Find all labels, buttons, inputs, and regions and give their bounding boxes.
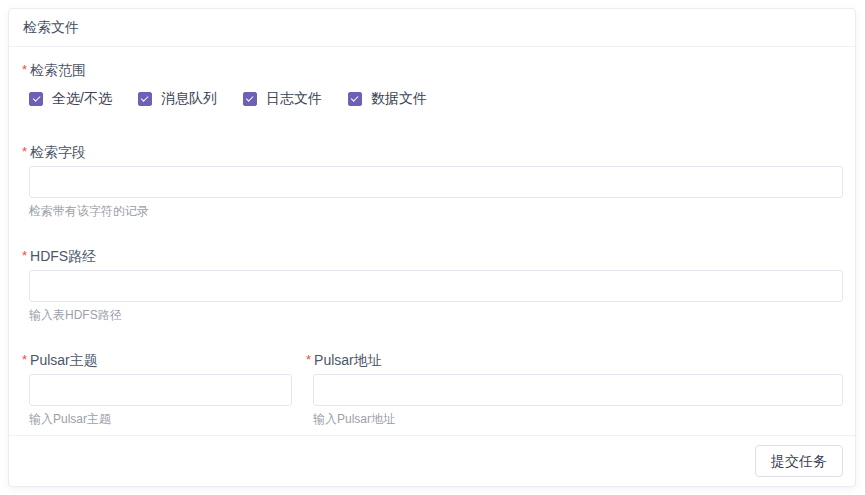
search-field-hint: 检索带有该字符的记录: [29, 204, 843, 218]
checkbox-label: 日志文件: [266, 90, 322, 108]
check-icon: [141, 94, 148, 101]
card-footer: 提交任务: [9, 435, 855, 486]
search-field-input[interactable]: [29, 166, 843, 198]
pulsar-row: * Pulsar主题 输入Pulsar主题 * Pulsar地址 输入Pulsa…: [22, 353, 843, 435]
search-file-card: 检索文件 * 检索范围 全选/不选 消息队列 日志文件: [8, 8, 856, 487]
pulsar-topic-hint: 输入Pulsar主题: [29, 412, 292, 426]
pulsar-address-label-row: * Pulsar地址: [306, 353, 843, 367]
checkbox-box: [29, 92, 43, 106]
check-icon: [32, 94, 39, 101]
checkbox-box: [243, 92, 257, 106]
checkbox-box: [348, 92, 362, 106]
required-asterisk: *: [22, 145, 27, 159]
hdfs-path-label: HDFS路经: [30, 249, 96, 263]
scope-checkbox-group: 全选/不选 消息队列 日志文件 数据文件: [29, 90, 843, 108]
checkbox-select-all[interactable]: 全选/不选: [29, 90, 112, 108]
checkbox-message-queue[interactable]: 消息队列: [138, 90, 217, 108]
pulsar-address-hint: 输入Pulsar地址: [313, 412, 843, 426]
pulsar-topic-control: [29, 374, 292, 406]
required-asterisk: *: [22, 63, 27, 77]
checkbox-label: 数据文件: [371, 90, 427, 108]
pulsar-address-input[interactable]: [313, 374, 843, 406]
hdfs-path-hint: 输入表HDFS路径: [29, 308, 843, 322]
pulsar-address-control: [313, 374, 843, 406]
search-field-label-row: * 检索字段: [22, 145, 843, 159]
checkbox-log-file[interactable]: 日志文件: [243, 90, 322, 108]
hdfs-path-label-row: * HDFS路经: [22, 249, 843, 263]
hdfs-path-control: [29, 270, 843, 302]
required-asterisk: *: [306, 353, 311, 367]
page-title: 检索文件: [23, 19, 79, 35]
form-item-pulsar-topic: * Pulsar主题 输入Pulsar主题: [22, 353, 292, 426]
form-item-search-field: * 检索字段 检索带有该字符的记录: [22, 145, 843, 218]
check-icon: [351, 94, 358, 101]
scope-label-row: * 检索范围: [22, 63, 843, 77]
required-asterisk: *: [22, 353, 27, 367]
form-item-pulsar-address: * Pulsar地址 输入Pulsar地址: [306, 353, 843, 426]
required-asterisk: *: [22, 249, 27, 263]
checkbox-data-file[interactable]: 数据文件: [348, 90, 427, 108]
form-item-scope: * 检索范围 全选/不选 消息队列 日志文件 数据文件: [22, 63, 843, 108]
pulsar-topic-input[interactable]: [29, 374, 292, 406]
search-field-control: [29, 166, 843, 198]
card-body: * 检索范围 全选/不选 消息队列 日志文件 数据文件: [9, 47, 855, 435]
hdfs-path-input[interactable]: [29, 270, 843, 302]
check-icon: [246, 94, 253, 101]
checkbox-label: 全选/不选: [52, 90, 112, 108]
pulsar-topic-label-row: * Pulsar主题: [22, 353, 292, 367]
form-item-hdfs-path: * HDFS路经 输入表HDFS路径: [22, 249, 843, 322]
checkbox-box: [138, 92, 152, 106]
card-header: 检索文件: [9, 9, 855, 47]
submit-task-button[interactable]: 提交任务: [755, 445, 843, 477]
pulsar-topic-label: Pulsar主题: [30, 353, 98, 367]
search-field-label: 检索字段: [30, 145, 86, 159]
pulsar-address-label: Pulsar地址: [314, 353, 382, 367]
checkbox-label: 消息队列: [161, 90, 217, 108]
scope-label: 检索范围: [30, 63, 86, 77]
